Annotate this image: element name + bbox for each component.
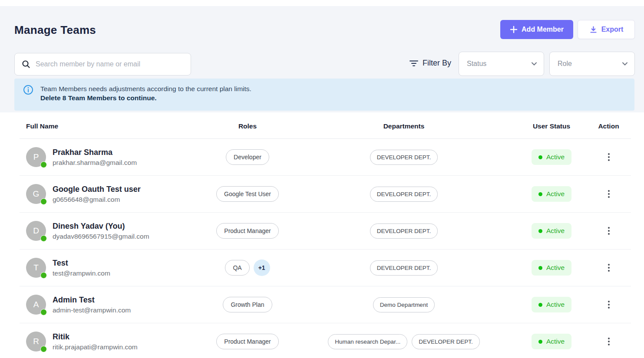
status-cell: Active (517, 260, 586, 276)
role-filter-dropdown[interactable]: Role (549, 52, 635, 76)
roles-cell: Product Manager (204, 223, 291, 239)
extra-roles-badge[interactable]: +1 (254, 259, 270, 276)
status-dot-icon (538, 229, 542, 233)
member-cell: P Prakhar Sharma prakhar.sharma@gmail.co… (20, 147, 204, 167)
department-chip: DEVELOPER DEPT. (370, 150, 438, 165)
member-identity: Prakhar Sharma prakhar.sharma@gmail.com (53, 148, 137, 167)
filter-icon (410, 60, 418, 67)
status-badge: Active (532, 186, 571, 202)
row-actions-menu-button[interactable] (605, 224, 612, 237)
top-strip (0, 0, 644, 6)
add-member-button[interactable]: Add Member (500, 20, 573, 39)
action-cell (586, 224, 631, 237)
member-cell: G Google Oauth Test user g0656648@gmail.… (20, 184, 204, 204)
department-chip: Human research Depar... (328, 334, 407, 349)
member-name: Test (53, 259, 110, 268)
role-chip: Developer (226, 149, 269, 165)
member-identity: Ritik ritik.prajapati@rampwin.com (53, 332, 138, 351)
department-chip: DEVELOPER DEPT. (370, 187, 438, 202)
filter-by: Filter By (410, 59, 451, 68)
online-status-dot (40, 161, 47, 168)
manage-teams-page: Manage Teams Add Member Export (0, 0, 644, 358)
table-header: Full Name Roles Departments User Status … (20, 114, 631, 139)
banner-action-message: Delete 8 Team Members to continue. (40, 94, 251, 102)
status-badge: Active (532, 334, 571, 349)
avatar-initial: A (33, 300, 39, 309)
status-cell: Active (517, 186, 586, 202)
member-name: Admin Test (53, 296, 131, 305)
action-cell (586, 151, 631, 164)
avatar: R (26, 332, 46, 351)
export-label: Export (601, 26, 624, 33)
department-chip: Demo Department (373, 297, 435, 312)
row-actions-menu-button[interactable] (605, 298, 612, 311)
row-actions-menu-button[interactable] (605, 187, 612, 200)
avatar: P (26, 147, 46, 167)
role-chip: Growth Plan (223, 297, 272, 312)
department-chip: DEVELOPER DEPT. (370, 260, 438, 276)
roles-cell: Developer (204, 149, 291, 165)
member-identity: Admin Test admin-test@rampwin.com (53, 296, 131, 314)
roles-cell: Growth Plan (204, 297, 291, 312)
status-filter-value: Status (467, 60, 486, 68)
table-row: T Test test@rampwin.com QA+1 DEVELOPER D… (20, 250, 631, 286)
header-roles: Roles (204, 122, 291, 130)
member-email: test@rampwin.com (53, 269, 110, 277)
roles-cell: Google Test User (204, 186, 291, 202)
status-cell: Active (517, 223, 586, 239)
roles-cell: QA+1 (204, 259, 291, 276)
role-chip: Product Manager (216, 223, 278, 239)
row-actions-menu-button[interactable] (605, 151, 612, 164)
member-email: ritik.prajapati@rampwin.com (53, 343, 138, 351)
member-email: g0656648@gmail.com (53, 196, 141, 204)
member-cell: D Dinesh Yadav (You) dyadav8696567915@gm… (20, 221, 204, 241)
chevron-down-icon (532, 62, 537, 66)
department-chip: DEVELOPER DEPT. (370, 223, 438, 239)
status-cell: Active (517, 297, 586, 312)
status-label: Active (546, 153, 565, 161)
status-badge: Active (532, 297, 571, 312)
banner-text: Team Members needs adjustments according… (40, 85, 251, 102)
search-box (14, 53, 191, 76)
departments-cell: DEVELOPER DEPT. (291, 260, 517, 276)
export-button[interactable]: Export (578, 20, 635, 39)
action-cell (586, 298, 631, 311)
member-cell: A Admin Test admin-test@rampwin.com (20, 295, 204, 315)
header-action: Action (586, 122, 631, 130)
row-actions-menu-button[interactable] (605, 261, 612, 274)
status-filter-dropdown[interactable]: Status (459, 52, 544, 76)
page-title: Manage Teams (14, 23, 96, 37)
chevron-down-icon (622, 62, 627, 66)
table-row: P Prakhar Sharma prakhar.sharma@gmail.co… (20, 139, 631, 176)
status-dot-icon (538, 155, 542, 159)
status-dot-icon (538, 266, 542, 270)
member-identity: Google Oauth Test user g0656648@gmail.co… (53, 185, 141, 204)
search-input[interactable] (36, 60, 184, 68)
status-dot-icon (538, 340, 542, 344)
search-icon (22, 60, 30, 69)
status-badge: Active (532, 223, 571, 239)
member-email: admin-test@rampwin.com (53, 306, 131, 314)
online-status-dot (40, 198, 47, 205)
table-body: P Prakhar Sharma prakhar.sharma@gmail.co… (20, 139, 631, 358)
table-row: D Dinesh Yadav (You) dyadav8696567915@gm… (20, 213, 631, 250)
member-name: Prakhar Sharma (53, 148, 137, 157)
row-actions-menu-button[interactable] (605, 335, 612, 348)
online-status-dot (40, 309, 47, 315)
departments-cell: DEVELOPER DEPT. (291, 150, 517, 165)
status-badge: Active (532, 260, 571, 276)
avatar: T (26, 258, 46, 278)
member-identity: Test test@rampwin.com (53, 259, 110, 277)
member-email: prakhar.sharma@gmail.com (53, 159, 137, 167)
status-label: Active (546, 264, 565, 272)
member-cell: R Ritik ritik.prajapati@rampwin.com (20, 332, 204, 351)
online-status-dot (40, 235, 47, 242)
avatar-initial: P (33, 152, 39, 162)
member-name: Ritik (53, 332, 138, 342)
status-label: Active (546, 301, 565, 309)
header-departments: Departments (291, 122, 517, 130)
plan-limit-banner: Team Members needs adjustments according… (14, 79, 634, 111)
member-email: dyadav8696567915@gmail.com (53, 233, 149, 240)
avatar-initial: D (33, 226, 39, 236)
avatar: D (26, 221, 46, 241)
